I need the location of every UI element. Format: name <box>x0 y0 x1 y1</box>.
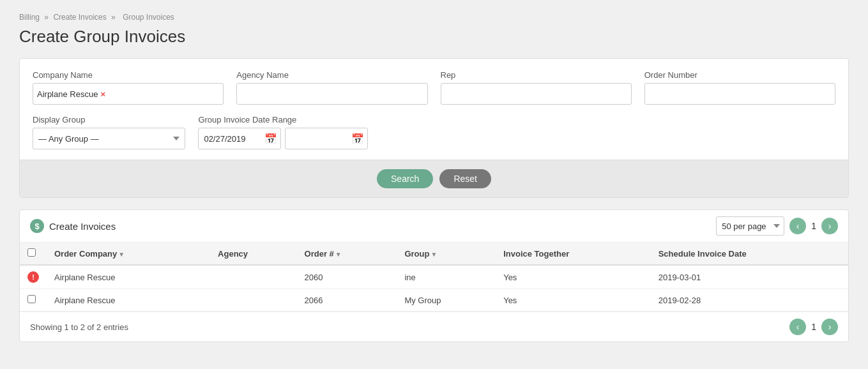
company-name-tag: Airplane Rescue × <box>37 89 105 99</box>
display-group-group: Display Group — Any Group — <box>33 115 185 149</box>
row-check-col: ! <box>20 265 47 289</box>
company-name-group: Company Name Airplane Rescue × <box>33 70 224 105</box>
company-name-value: Airplane Rescue <box>37 89 98 99</box>
page-title: Create Group Invoices <box>19 27 849 47</box>
footer-page-number: 1 <box>809 322 819 332</box>
row-order-num: 2066 <box>297 289 397 312</box>
agency-name-group: Agency Name <box>236 70 427 105</box>
row-group: ine <box>397 265 496 289</box>
row-invoice-together: Yes <box>496 265 651 289</box>
footer-page-nav: ‹ 1 › <box>789 319 838 335</box>
footer-page-prev-button[interactable]: ‹ <box>789 319 806 335</box>
table-header-row: Order Company▼ Agency Order #▼ Group▼ In… <box>20 243 848 265</box>
row-check-col <box>20 289 47 312</box>
th-order-company[interactable]: Order Company▼ <box>47 243 210 265</box>
company-name-label: Company Name <box>33 70 224 80</box>
error-icon: ! <box>27 271 39 283</box>
pagination-controls: 50 per page 25 per page 100 per page ‹ 1… <box>716 216 838 236</box>
th-checkbox <box>20 243 47 265</box>
footer-page-next-button[interactable]: › <box>821 319 838 335</box>
row-schedule-date: 2019-03-01 <box>651 265 848 289</box>
row-schedule-date: 2019-02-28 <box>651 289 848 312</box>
company-name-input-wrapper[interactable]: Airplane Rescue × <box>33 83 224 105</box>
table-row: Airplane Rescue2066My GroupYes2019-02-28 <box>20 289 848 312</box>
results-title-text: Create Invoices <box>49 221 116 232</box>
date-range-group: Group Invoice Date Range 📅 📅 <box>198 115 504 149</box>
display-group-select[interactable]: — Any Group — <box>33 128 185 149</box>
agency-name-input[interactable] <box>236 83 427 105</box>
table-row: !Airplane Rescue2060ineYes2019-03-01 <box>20 265 848 289</box>
order-number-input[interactable] <box>644 83 835 105</box>
page-prev-button[interactable]: ‹ <box>789 218 806 234</box>
page-number: 1 <box>809 221 819 231</box>
search-button[interactable]: Search <box>377 169 433 188</box>
results-section: $ Create Invoices 50 per page 25 per pag… <box>19 209 849 342</box>
row-order-company: Airplane Rescue <box>47 265 210 289</box>
agency-name-label: Agency Name <box>236 70 427 80</box>
breadcrumb: Billing » Create Invoices » Group Invoic… <box>19 13 849 22</box>
row-checkbox[interactable] <box>27 295 36 303</box>
th-group[interactable]: Group▼ <box>397 243 496 265</box>
filter-row-1: Company Name Airplane Rescue × Agency Na… <box>33 70 835 105</box>
page-nav: ‹ 1 › <box>789 218 838 234</box>
select-all-checkbox[interactable] <box>27 248 36 257</box>
row-agency <box>210 265 296 289</box>
order-number-group: Order Number <box>644 70 835 105</box>
rep-label: Rep <box>441 70 632 80</box>
action-bar: Search Reset <box>20 160 848 197</box>
company-name-remove[interactable]: × <box>100 90 105 98</box>
display-group-label: Display Group <box>33 115 185 124</box>
breadcrumb-current: Group Invoices <box>123 13 174 22</box>
results-table: Order Company▼ Agency Order #▼ Group▼ In… <box>20 243 848 312</box>
dollar-icon: $ <box>30 219 44 233</box>
reset-button[interactable]: Reset <box>439 169 491 188</box>
breadcrumb-billing[interactable]: Billing <box>19 13 40 22</box>
footer-info: Showing 1 to 2 of 2 entries ‹ 1 › <box>20 312 848 342</box>
row-order-company: Airplane Rescue <box>47 289 210 312</box>
showing-text: Showing 1 to 2 of 2 entries <box>30 322 128 332</box>
filter-row-2: Display Group — Any Group — Group Invoic… <box>33 115 835 149</box>
th-invoice-together: Invoice Together <box>496 243 651 265</box>
row-order-num: 2060 <box>297 265 397 289</box>
rep-input[interactable] <box>441 83 632 105</box>
page-next-button[interactable]: › <box>821 218 838 234</box>
row-invoice-together: Yes <box>496 289 651 312</box>
th-order-num[interactable]: Order #▼ <box>297 243 397 265</box>
date-to-input[interactable] <box>285 128 368 149</box>
per-page-select[interactable]: 50 per page 25 per page 100 per page <box>716 216 784 236</box>
date-from-input[interactable] <box>198 128 281 149</box>
rep-group: Rep <box>441 70 632 105</box>
date-from-wrap: 📅 <box>198 128 281 149</box>
date-inputs: 📅 📅 <box>198 128 504 149</box>
filter-panel: Company Name Airplane Rescue × Agency Na… <box>19 58 849 198</box>
row-group: My Group <box>397 289 496 312</box>
th-agency: Agency <box>210 243 296 265</box>
order-number-label: Order Number <box>644 70 835 80</box>
date-to-wrap: 📅 <box>285 128 368 149</box>
results-header: $ Create Invoices 50 per page 25 per pag… <box>20 210 848 243</box>
breadcrumb-create-invoices[interactable]: Create Invoices <box>53 13 106 22</box>
date-range-label: Group Invoice Date Range <box>198 115 504 124</box>
row-agency <box>210 289 296 312</box>
th-schedule-invoice-date: Schedule Invoice Date <box>651 243 848 265</box>
results-title: $ Create Invoices <box>30 219 116 233</box>
